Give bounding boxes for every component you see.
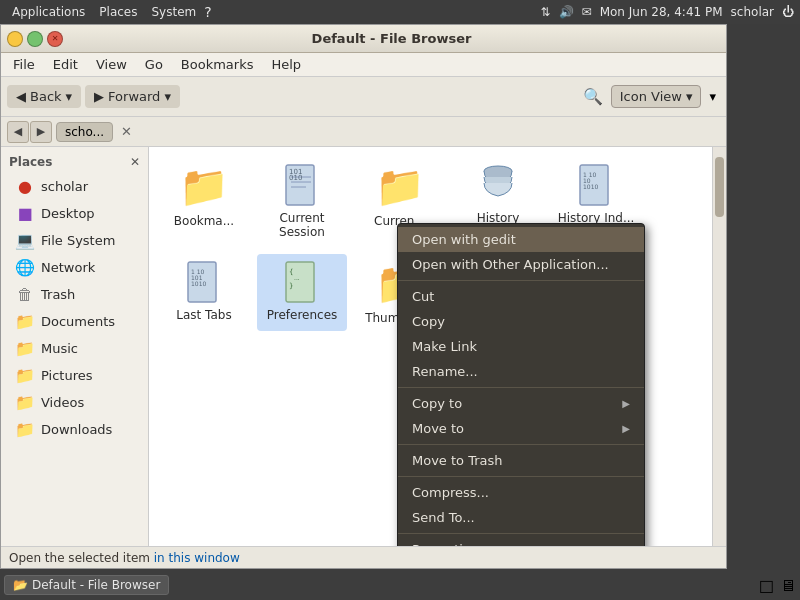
code-svg-icon: { ... } [284, 260, 320, 304]
scholar-icon: ● [15, 177, 35, 196]
music-icon: 📁 [15, 339, 35, 358]
applications-menu[interactable]: Applications [6, 5, 91, 19]
minimize-button[interactable] [7, 31, 23, 47]
location-close-icon[interactable]: ✕ [121, 124, 132, 139]
mail-icon[interactable]: ✉ [582, 5, 592, 19]
ctx-move-to-label: Move to [412, 421, 464, 436]
power-icon[interactable]: ⏻ [782, 5, 794, 19]
taskbar-display-icon[interactable]: 🖥 [780, 576, 796, 595]
user-label: scholar [731, 5, 774, 19]
system-bar-left: Applications Places System ? [6, 4, 537, 20]
file-item-current-session[interactable]: 101 010 Current Session [257, 157, 347, 246]
documents-icon: 📁 [15, 312, 35, 331]
ctx-sep-3 [398, 444, 644, 445]
menu-bar: File Edit View Go Bookmarks Help [1, 53, 726, 77]
ctx-compress-label: Compress... [412, 485, 489, 500]
taskbar-window-icon[interactable]: □ [759, 576, 774, 595]
sidebar-item-documents[interactable]: 📁 Documents [3, 308, 146, 335]
nav-next-button[interactable]: ▶ [30, 121, 52, 143]
ctx-properties[interactable]: Properties [398, 537, 644, 546]
sidebar-label-scholar: scholar [41, 179, 88, 194]
sidebar-label-documents: Documents [41, 314, 115, 329]
status-highlight: in this window [154, 551, 240, 565]
ctx-make-link-label: Make Link [412, 339, 477, 354]
file-item-bookmarks[interactable]: 📁 Bookma... [159, 157, 249, 246]
sidebar-item-scholar[interactable]: ● scholar [3, 173, 146, 200]
ctx-send-to[interactable]: Send To... [398, 505, 644, 530]
help-icon[interactable]: ? [204, 4, 211, 20]
menu-edit[interactable]: Edit [45, 55, 86, 74]
menu-view[interactable]: View [88, 55, 135, 74]
svg-text:...: ... [294, 274, 300, 281]
ctx-cut-label: Cut [412, 289, 434, 304]
system-menu[interactable]: System [145, 5, 202, 19]
forward-button[interactable]: ▶ Forward ▾ [85, 85, 180, 108]
view-label: Icon View [620, 89, 682, 104]
ctx-open-gedit[interactable]: Open with gedit [398, 227, 644, 252]
menu-file[interactable]: File [5, 55, 43, 74]
menu-go[interactable]: Go [137, 55, 171, 74]
maximize-button[interactable] [27, 31, 43, 47]
sidebar-label-videos: Videos [41, 395, 84, 410]
sidebar-item-music[interactable]: 📁 Music [3, 335, 146, 362]
ctx-sep-5 [398, 533, 644, 534]
menu-bookmarks[interactable]: Bookmarks [173, 55, 262, 74]
sidebar-item-filesystem[interactable]: 💻 File System [3, 227, 146, 254]
ctx-move-to[interactable]: Move to ▶ [398, 416, 644, 441]
ctx-rename[interactable]: Rename... [398, 359, 644, 384]
sidebar-header: Places ✕ [1, 151, 148, 173]
sidebar-close-icon[interactable]: ✕ [130, 155, 140, 169]
view-selector[interactable]: Icon View ▾ [611, 85, 702, 108]
sidebar-item-pictures[interactable]: 📁 Pictures [3, 362, 146, 389]
location-bar: ◀ ▶ scho... ✕ [1, 117, 726, 147]
ctx-copy-label: Copy [412, 314, 445, 329]
sidebar-item-downloads[interactable]: 📁 Downloads [3, 416, 146, 443]
sidebar-item-network[interactable]: 🌐 Network [3, 254, 146, 281]
sidebar-label-trash: Trash [41, 287, 75, 302]
doc3-svg-icon: 1 10 101 1010 [186, 260, 222, 304]
nav-prev-button[interactable]: ◀ [7, 121, 29, 143]
back-button[interactable]: ◀ Back ▾ [7, 85, 81, 108]
ctx-make-link[interactable]: Make Link [398, 334, 644, 359]
file-item-last-tabs[interactable]: 1 10 101 1010 Last Tabs [159, 254, 249, 331]
taskbar-app-filebrowser[interactable]: 📂 Default - File Browser [4, 575, 169, 595]
more-options-icon[interactable]: ▾ [705, 87, 720, 106]
file-area[interactable]: 📁 Bookma... 101 010 Current Session [149, 147, 712, 546]
close-button[interactable]: ✕ [47, 31, 63, 47]
sidebar-item-trash[interactable]: 🗑 Trash [3, 281, 146, 308]
forward-dropdown-icon: ▾ [164, 89, 171, 104]
scroll-track[interactable] [713, 147, 726, 546]
scrollbar[interactable] [712, 147, 726, 546]
sidebar-item-videos[interactable]: 📁 Videos [3, 389, 146, 416]
ctx-move-to-trash-label: Move to Trash [412, 453, 503, 468]
ctx-rename-label: Rename... [412, 364, 478, 379]
sidebar-item-desktop[interactable]: ■ Desktop [3, 200, 146, 227]
breadcrumb-item[interactable]: scho... [56, 122, 113, 142]
file-item-preferences[interactable]: { ... } Preferences [257, 254, 347, 331]
menu-help[interactable]: Help [263, 55, 309, 74]
taskbar-app-icon: 📂 [13, 578, 28, 592]
svg-text:1010: 1010 [191, 280, 206, 287]
ctx-copy-to[interactable]: Copy to ▶ [398, 391, 644, 416]
sidebar-label-pictures: Pictures [41, 368, 92, 383]
ctx-cut[interactable]: Cut [398, 284, 644, 309]
ctx-compress[interactable]: Compress... [398, 480, 644, 505]
scroll-thumb[interactable] [715, 157, 724, 217]
folder2-icon: 📁 [375, 163, 425, 210]
status-bar: Open the selected item in this window [1, 546, 726, 568]
places-menu[interactable]: Places [93, 5, 143, 19]
system-bar-right: ⇅ 🔊 ✉ Mon Jun 28, 4:41 PM scholar ⏻ [541, 5, 794, 19]
svg-text:{: { [289, 268, 293, 276]
ctx-open-other-label: Open with Other Application... [412, 257, 609, 272]
ctx-open-other[interactable]: Open with Other Application... [398, 252, 644, 277]
network-icon: 🌐 [15, 258, 35, 277]
system-bar: Applications Places System ? ⇅ 🔊 ✉ Mon J… [0, 0, 800, 24]
ctx-move-to-trash[interactable]: Move to Trash [398, 448, 644, 473]
window-controls: ✕ [7, 31, 63, 47]
taskbar: 📂 Default - File Browser □ 🖥 [0, 570, 800, 600]
ctx-copy[interactable]: Copy [398, 309, 644, 334]
volume-icon[interactable]: 🔊 [559, 5, 574, 19]
context-menu: Open with gedit Open with Other Applicat… [397, 223, 645, 546]
search-button[interactable]: 🔍 [579, 83, 607, 111]
forward-arrow-icon: ▶ [94, 89, 104, 104]
